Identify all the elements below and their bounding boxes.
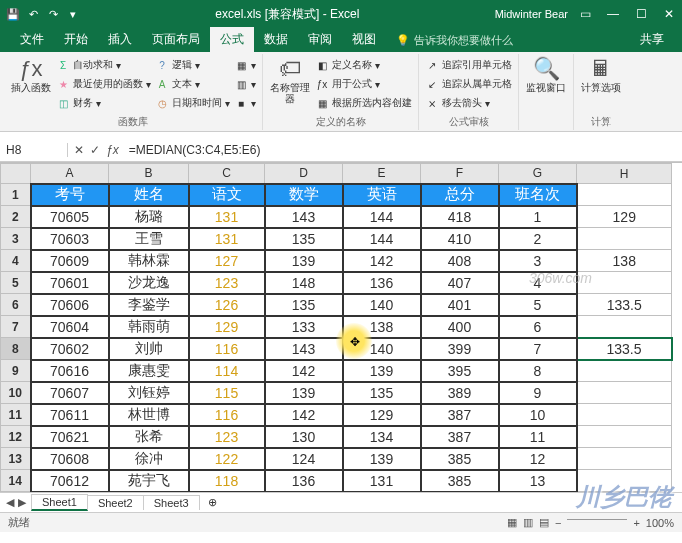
- cell[interactable]: [577, 470, 672, 492]
- cell[interactable]: 143: [265, 338, 343, 360]
- cell[interactable]: 1: [499, 206, 577, 228]
- name-manager-button[interactable]: 🏷名称管理器: [269, 56, 311, 104]
- cell[interactable]: 133: [265, 316, 343, 338]
- watch-window-button[interactable]: 🔍监视窗口: [525, 56, 567, 93]
- lookup-button[interactable]: ▦▾: [234, 56, 256, 74]
- row-header[interactable]: 13: [1, 448, 31, 470]
- cell[interactable]: 418: [421, 206, 499, 228]
- save-icon[interactable]: 💾: [6, 7, 20, 21]
- cell[interactable]: 138: [343, 316, 421, 338]
- tab-formula[interactable]: 公式: [210, 27, 254, 52]
- view-normal-icon[interactable]: ▦: [507, 516, 517, 529]
- zoom-in-icon[interactable]: +: [633, 517, 639, 529]
- cell[interactable]: 12: [499, 448, 577, 470]
- cell[interactable]: 142: [343, 250, 421, 272]
- remove-arrows-button[interactable]: ⨯移去箭头 ▾: [425, 94, 512, 112]
- cell[interactable]: 140: [343, 294, 421, 316]
- undo-icon[interactable]: ↶: [26, 7, 40, 21]
- cell[interactable]: 张希: [109, 426, 189, 448]
- cell[interactable]: 70602: [31, 338, 109, 360]
- use-in-formula-button[interactable]: ƒx用于公式 ▾: [315, 75, 412, 93]
- sheet-tab[interactable]: Sheet3: [143, 495, 200, 510]
- cell[interactable]: 136: [265, 470, 343, 492]
- cell[interactable]: 6: [499, 316, 577, 338]
- cell[interactable]: 韩林霖: [109, 250, 189, 272]
- cell[interactable]: 144: [343, 228, 421, 250]
- cell[interactable]: 徐冲: [109, 448, 189, 470]
- row-header[interactable]: 3: [1, 228, 31, 250]
- cell[interactable]: 70605: [31, 206, 109, 228]
- sheet-prev-icon[interactable]: ◀: [6, 496, 14, 509]
- cell[interactable]: 姓名: [109, 184, 189, 206]
- tab-file[interactable]: 文件: [10, 27, 54, 52]
- cell[interactable]: 130: [265, 426, 343, 448]
- cell[interactable]: 70621: [31, 426, 109, 448]
- cell[interactable]: 142: [265, 360, 343, 382]
- cell[interactable]: 70604: [31, 316, 109, 338]
- cell[interactable]: [577, 426, 672, 448]
- select-all-corner[interactable]: [1, 164, 31, 184]
- worksheet-grid[interactable]: A B C D E F G H 1 考号 姓名 语文 数学 英语 总分 班名次 …: [0, 162, 682, 492]
- cell[interactable]: [577, 492, 672, 493]
- cell[interactable]: 123: [189, 426, 265, 448]
- cell[interactable]: 康惠雯: [109, 360, 189, 382]
- cell[interactable]: 70616: [31, 360, 109, 382]
- sheet-tab[interactable]: Sheet1: [31, 494, 88, 511]
- cell[interactable]: 70623: [31, 492, 109, 493]
- formula-input[interactable]: =MEDIAN(C3:C4,E5:E6): [125, 143, 682, 157]
- col-header[interactable]: E: [343, 164, 421, 184]
- cell[interactable]: 131: [189, 228, 265, 250]
- cell[interactable]: 70607: [31, 382, 109, 404]
- autosum-button[interactable]: Σ自动求和 ▾: [56, 56, 151, 74]
- cell[interactable]: 143: [265, 206, 343, 228]
- row-header[interactable]: 6: [1, 294, 31, 316]
- cell[interactable]: 2: [499, 228, 577, 250]
- zoom-level[interactable]: 100%: [646, 517, 674, 529]
- tell-me[interactable]: 💡告诉我你想要做什么: [386, 29, 632, 52]
- cell[interactable]: 韩雨萌: [109, 316, 189, 338]
- cell[interactable]: [577, 228, 672, 250]
- cell[interactable]: 136: [343, 272, 421, 294]
- maximize-icon[interactable]: ☐: [634, 7, 648, 21]
- cell[interactable]: 129: [189, 316, 265, 338]
- cell[interactable]: 140: [343, 338, 421, 360]
- tab-layout[interactable]: 页面布局: [142, 27, 210, 52]
- cell[interactable]: 114: [189, 360, 265, 382]
- cell[interactable]: [577, 404, 672, 426]
- cell[interactable]: 122: [189, 448, 265, 470]
- share-button[interactable]: 共享: [632, 27, 672, 52]
- name-box[interactable]: H8: [0, 143, 68, 157]
- cell[interactable]: 王雪: [109, 228, 189, 250]
- insert-function-button[interactable]: ƒx插入函数: [10, 56, 52, 93]
- cell[interactable]: 70609: [31, 250, 109, 272]
- math-button[interactable]: ▥▾: [234, 75, 256, 93]
- recent-button[interactable]: ★最近使用的函数 ▾: [56, 75, 151, 93]
- fx-cancel-icon[interactable]: ✕: [74, 143, 84, 157]
- cell[interactable]: 刘钰婷: [109, 382, 189, 404]
- cell[interactable]: 385: [421, 470, 499, 492]
- cell[interactable]: 401: [421, 294, 499, 316]
- cell[interactable]: 139: [343, 448, 421, 470]
- cell[interactable]: 135: [343, 382, 421, 404]
- cell[interactable]: 139: [265, 382, 343, 404]
- row-header[interactable]: 2: [1, 206, 31, 228]
- cell[interactable]: 387: [421, 404, 499, 426]
- cell[interactable]: 70608: [31, 448, 109, 470]
- cell[interactable]: 131: [189, 206, 265, 228]
- cell[interactable]: 70601: [31, 272, 109, 294]
- cell[interactable]: 卢一凡: [109, 492, 189, 493]
- cell[interactable]: 387: [421, 426, 499, 448]
- cell[interactable]: 395: [421, 360, 499, 382]
- col-header[interactable]: G: [499, 164, 577, 184]
- cell[interactable]: 121: [189, 492, 265, 493]
- view-layout-icon[interactable]: ▥: [523, 516, 533, 529]
- tab-data[interactable]: 数据: [254, 27, 298, 52]
- datetime-button[interactable]: ◷日期和时间 ▾: [155, 94, 230, 112]
- redo-icon[interactable]: ↷: [46, 7, 60, 21]
- cell[interactable]: 总分: [421, 184, 499, 206]
- cell[interactable]: 400: [421, 316, 499, 338]
- zoom-slider[interactable]: [567, 519, 627, 520]
- cell[interactable]: 126: [189, 294, 265, 316]
- cell[interactable]: 9: [499, 382, 577, 404]
- cell[interactable]: 语文: [189, 184, 265, 206]
